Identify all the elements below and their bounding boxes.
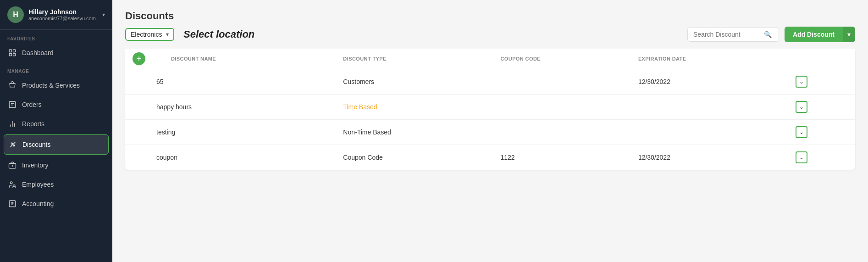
search-input[interactable] [693,31,762,38]
row-expiration-0: 12/30/2022 [631,69,788,95]
row-type-1: Time Based [336,95,493,120]
sidebar-item-employees-label: Employees [22,181,54,188]
table-row: happy hours Time Based ⌄ [125,95,855,120]
svg-rect-2 [9,54,11,56]
favorites-section-label: FAVORITES [0,30,112,43]
sidebar-item-accounting-label: Accounting [22,200,54,207]
orders-icon [7,100,17,110]
page-header: Discounts [112,0,868,27]
row-name-1: happy hours [149,95,336,120]
row-spacer-1 [125,95,149,120]
discounts-table: + DISCOUNT NAME DISCOUNT TYPE COUPON COD… [125,49,855,170]
avatar: H [7,6,24,23]
row-coupon-2 [493,120,630,145]
row-spacer-2 [125,120,149,145]
table-row: testing Non-Time Based ⌄ [125,120,855,145]
dashboard-icon [7,48,17,58]
add-row-button[interactable]: + [133,52,145,65]
location-wrapper[interactable]: Electronics ▾ [125,28,174,41]
table-row: 65 Customers 12/30/2022 ⌄ [125,69,855,95]
svg-rect-3 [13,54,16,56]
col-discount-type: DISCOUNT TYPE [336,49,493,69]
add-discount-button[interactable]: Add Discount [785,27,843,42]
accounting-icon [7,199,17,209]
table-header: + DISCOUNT NAME DISCOUNT TYPE COUPON COD… [125,49,855,69]
sidebar-item-dashboard[interactable]: Dashboard [0,43,112,62]
sidebar-item-inventory[interactable]: Inventory [0,156,112,175]
page-title: Discounts [125,10,855,22]
row-spacer-3 [125,145,149,170]
row-type-3: Coupon Code [336,145,493,170]
col-coupon-code: COUPON CODE [493,49,630,69]
svg-rect-0 [9,50,11,52]
svg-rect-1 [13,50,16,52]
sidebar-item-employees[interactable]: Employees [0,175,112,194]
row-expiration-3: 12/30/2022 [631,145,788,170]
table-row: coupon Coupon Code 1122 12/30/2022 ⌄ [125,145,855,170]
row-expand-1[interactable]: ⌄ [788,95,855,120]
select-location-label: Select location [183,28,254,40]
main-content: Discounts Electronics ▾ Select location … [112,0,868,262]
expand-button-0[interactable]: ⌄ [796,76,807,88]
sidebar-item-products-services[interactable]: Products & Services [0,76,112,95]
search-box[interactable]: 🔍 [687,27,779,42]
row-coupon-0 [493,69,630,95]
add-discount-group: Add Discount ▾ [785,27,855,42]
search-icon: 🔍 [764,31,772,38]
col-discount-name: DISCOUNT NAME [149,49,336,69]
sidebar-item-discounts-label: Discounts [22,141,50,148]
sidebar-item-orders-label: Orders [22,101,42,108]
user-email: aneconomist77@salesvu.com [28,16,102,21]
row-coupon-1 [493,95,630,120]
svg-point-5 [11,143,12,144]
add-row-header: + [125,49,149,69]
row-name-2: testing [149,120,336,145]
add-discount-dropdown-button[interactable]: ▾ [843,27,855,42]
inventory-icon [7,160,17,170]
col-expand [788,49,855,69]
expand-button-1[interactable]: ⌄ [796,101,807,113]
row-name-0: 65 [149,69,336,95]
products-icon [7,80,17,90]
user-name: Hillary Johnson [28,8,102,16]
location-chevron-icon: ▾ [166,31,169,38]
row-coupon-3: 1122 [493,145,630,170]
table-body: 65 Customers 12/30/2022 ⌄ happy hours Ti… [125,69,855,170]
row-expand-0[interactable]: ⌄ [788,69,855,95]
svg-point-6 [13,145,15,146]
manage-section-label: MANAGE [0,62,112,76]
sidebar-item-inventory-label: Inventory [22,162,49,169]
sidebar-header[interactable]: H Hillary Johnson aneconomist77@salesvu.… [0,0,112,30]
sidebar-item-accounting[interactable]: Accounting [0,194,112,213]
location-select[interactable]: Electronics [131,31,162,38]
reports-icon [7,119,17,129]
discounts-icon [8,139,18,150]
user-menu-chevron-icon[interactable]: ▾ [102,11,105,18]
user-info: Hillary Johnson aneconomist77@salesvu.co… [28,8,102,21]
row-expiration-2 [631,120,788,145]
toolbar: Electronics ▾ Select location 🔍 Add Disc… [112,27,868,49]
row-expand-2[interactable]: ⌄ [788,120,855,145]
sidebar-item-reports[interactable]: Reports [0,114,112,134]
sidebar-item-discounts[interactable]: Discounts [4,134,109,155]
col-expiration-date: EXPIRATION DATE [631,49,788,69]
sidebar-item-orders[interactable]: Orders [0,95,112,114]
row-spacer-0 [125,69,149,95]
sidebar-item-dashboard-label: Dashboard [22,49,54,56]
svg-rect-4 [9,101,16,108]
row-expand-3[interactable]: ⌄ [788,145,855,170]
svg-point-8 [11,182,13,184]
sidebar-item-products-label: Products & Services [22,82,80,89]
table-area: + DISCOUNT NAME DISCOUNT TYPE COUPON COD… [112,49,868,262]
sidebar-item-reports-label: Reports [22,120,44,128]
row-expiration-1 [631,95,788,120]
expand-button-3[interactable]: ⌄ [796,151,807,163]
row-name-3: coupon [149,145,336,170]
sidebar: H Hillary Johnson aneconomist77@salesvu.… [0,0,112,262]
row-type-0: Customers [336,69,493,95]
employees-icon [7,179,17,190]
expand-button-2[interactable]: ⌄ [796,126,807,138]
row-type-2: Non-Time Based [336,120,493,145]
